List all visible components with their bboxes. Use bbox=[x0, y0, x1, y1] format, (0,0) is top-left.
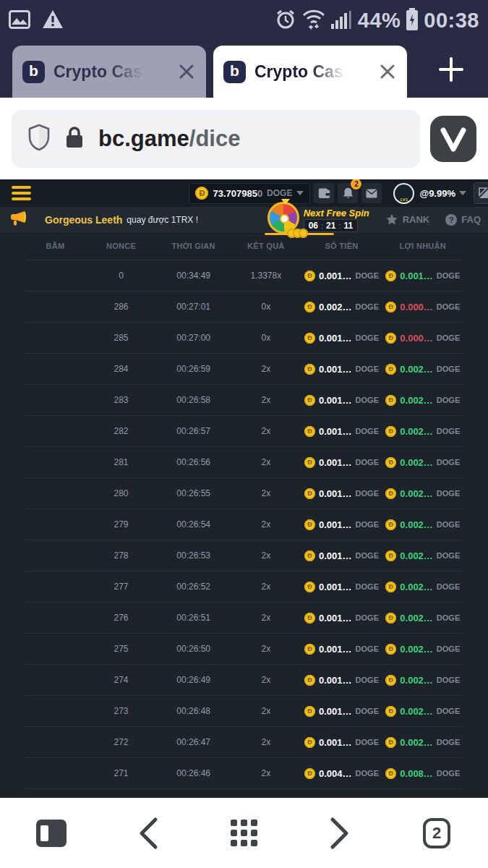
wallet-button[interactable] bbox=[314, 183, 334, 203]
close-tab-icon[interactable] bbox=[177, 62, 196, 81]
forward-button[interactable] bbox=[329, 817, 351, 850]
amount-value: 0.001… bbox=[319, 550, 352, 561]
cell-result: 2x bbox=[231, 550, 301, 561]
cell-time: 00:26:51 bbox=[156, 613, 231, 623]
chat-toggle-button[interactable] bbox=[474, 182, 488, 204]
col-nonce: NONCE bbox=[86, 242, 156, 250]
browser-tab-active[interactable]: b Crypto Casi bbox=[213, 46, 407, 98]
col-amount: SỐ TIỀN bbox=[301, 242, 382, 250]
url-text[interactable]: bc.game/dice bbox=[98, 126, 240, 152]
lock-icon[interactable] bbox=[65, 126, 84, 152]
bet-row[interactable]: 277 00:26:52 2x Đ 0.001… DOGE Đ 0.002… D… bbox=[25, 571, 463, 603]
shield-icon[interactable] bbox=[27, 124, 51, 154]
cell-nonce: 0 bbox=[86, 271, 156, 281]
bet-row[interactable]: 0 00:34:49 1.3378x Đ 0.001… DOGE Đ 0.001… bbox=[25, 260, 463, 292]
cell-nonce: 279 bbox=[86, 519, 156, 529]
cell-amount: Đ 0.001… DOGE bbox=[301, 706, 382, 717]
bet-row[interactable]: 285 00:27:00 0x Đ 0.001… DOGE Đ 0.000… D… bbox=[25, 323, 463, 354]
vivaldi-menu-button[interactable] bbox=[430, 116, 476, 162]
bet-row[interactable]: 278 00:26:53 2x Đ 0.001… DOGE Đ 0.002… D… bbox=[25, 540, 463, 571]
profit-value: 0.002… bbox=[400, 613, 433, 624]
profit-currency: DOGE bbox=[437, 427, 460, 435]
doge-coin-icon: Đ bbox=[385, 488, 396, 499]
announcement-message: quay được 1TRX ! bbox=[127, 215, 198, 225]
rank-button[interactable]: RANK bbox=[385, 213, 430, 226]
browser-tab-inactive[interactable]: b Crypto Casi bbox=[12, 46, 206, 98]
profit-currency: DOGE bbox=[437, 333, 460, 342]
doge-coin-icon: Đ bbox=[304, 706, 315, 717]
menu-hamburger-button[interactable] bbox=[7, 182, 35, 205]
cell-time: 00:26:57 bbox=[156, 426, 231, 436]
amount-currency: DOGE bbox=[356, 769, 379, 778]
tab-switcher-button[interactable]: 2 bbox=[420, 817, 453, 850]
amount-currency: DOGE bbox=[356, 520, 379, 529]
bet-row[interactable]: 270 00:26:45 0x Đ 0.002… DOGE Đ 0.000… D… bbox=[25, 789, 463, 798]
cell-nonce: 286 bbox=[86, 302, 156, 312]
url-field[interactable]: bc.game/dice bbox=[12, 110, 420, 168]
cell-result: 2x bbox=[231, 644, 301, 654]
messages-button[interactable] bbox=[361, 183, 382, 203]
cell-profit: Đ 0.002… DOGE bbox=[382, 395, 463, 406]
bet-row[interactable]: 280 00:26:55 2x Đ 0.001… DOGE Đ 0.002… D… bbox=[25, 478, 463, 509]
new-tab-button[interactable] bbox=[436, 54, 466, 85]
cell-profit: Đ 0.002… DOGE bbox=[382, 644, 463, 655]
rakeback-value[interactable]: @9.99% bbox=[419, 188, 455, 199]
doge-coin-icon: Đ bbox=[304, 302, 315, 312]
doge-coin-icon: Đ bbox=[304, 364, 315, 375]
cell-amount: Đ 0.001… DOGE bbox=[301, 582, 382, 592]
doge-coin-icon: Đ bbox=[385, 426, 396, 437]
profit-value: 0.000… bbox=[400, 333, 433, 344]
cell-nonce: 278 bbox=[86, 550, 156, 561]
cell-result: 2x bbox=[231, 457, 301, 467]
cell-profit: Đ 0.002… DOGE bbox=[382, 706, 463, 717]
doge-coin-icon: Đ bbox=[385, 644, 396, 655]
amount-value: 0.001… bbox=[319, 582, 352, 592]
bet-row[interactable]: 272 00:26:47 2x Đ 0.001… DOGE Đ 0.002… D… bbox=[25, 727, 463, 758]
amount-value: 0.001… bbox=[319, 457, 352, 468]
cell-time: 00:26:52 bbox=[156, 582, 231, 592]
cell-nonce: 283 bbox=[86, 395, 156, 405]
bet-row[interactable]: 284 00:26:59 2x Đ 0.001… DOGE Đ 0.002… D… bbox=[25, 354, 463, 385]
sidebar-toggle-button[interactable] bbox=[35, 818, 68, 848]
avatar[interactable]: LV1 bbox=[393, 183, 414, 204]
bet-row[interactable]: 282 00:26:57 2x Đ 0.001… DOGE Đ 0.002… D… bbox=[25, 416, 463, 447]
cell-amount: Đ 0.001… DOGE bbox=[301, 737, 382, 748]
amount-currency: DOGE bbox=[356, 489, 379, 498]
bet-row[interactable]: 275 00:26:50 2x Đ 0.001… DOGE Đ 0.002… D… bbox=[25, 634, 463, 665]
announcement-username[interactable]: Gorgeous Leeth bbox=[45, 214, 122, 226]
amount-currency: DOGE bbox=[356, 644, 379, 653]
doge-coin-icon: Đ bbox=[304, 550, 315, 561]
bet-row[interactable]: 281 00:26:56 2x Đ 0.001… DOGE Đ 0.002… D… bbox=[25, 447, 463, 478]
bet-row[interactable]: 271 00:26:46 2x Đ 0.004… DOGE Đ 0.008… D… bbox=[25, 758, 463, 789]
apps-grid-button[interactable] bbox=[229, 817, 260, 850]
cell-result: 0x bbox=[231, 302, 301, 312]
profit-currency: DOGE bbox=[437, 396, 460, 404]
amount-value: 0.001… bbox=[319, 488, 352, 499]
bet-row[interactable]: 279 00:26:54 2x Đ 0.001… DOGE Đ 0.002… D… bbox=[25, 509, 463, 540]
profit-value: 0.001… bbox=[400, 271, 433, 281]
profit-value: 0.002… bbox=[400, 644, 433, 655]
bet-row[interactable]: 286 00:27:01 0x Đ 0.002… DOGE Đ 0.000… D… bbox=[25, 292, 463, 323]
spin-wheel-icon[interactable] bbox=[266, 200, 305, 239]
bet-row[interactable]: 274 00:26:49 2x Đ 0.001… DOGE Đ 0.002… D… bbox=[25, 665, 463, 696]
bet-row[interactable]: 276 00:26:51 2x Đ 0.001… DOGE Đ 0.002… D… bbox=[25, 603, 463, 634]
cell-amount: Đ 0.001… DOGE bbox=[301, 675, 382, 686]
cell-result: 2x bbox=[231, 737, 301, 747]
cell-amount: Đ 0.001… DOGE bbox=[301, 519, 382, 530]
alarm-icon bbox=[275, 9, 296, 33]
profit-currency: DOGE bbox=[437, 489, 460, 498]
bet-row[interactable]: 273 00:26:48 2x Đ 0.001… DOGE Đ 0.002… D… bbox=[25, 696, 463, 727]
free-spin-widget[interactable]: Next Free Spin 06:21:11 bbox=[266, 208, 369, 232]
cell-result: 0x bbox=[231, 333, 301, 343]
notifications-button[interactable]: 2 bbox=[338, 183, 358, 203]
doge-coin-icon: Đ bbox=[304, 582, 315, 592]
bet-row[interactable]: 283 00:26:58 2x Đ 0.001… DOGE Đ 0.002… D… bbox=[25, 385, 463, 416]
cell-amount: Đ 0.001… DOGE bbox=[301, 364, 382, 375]
close-tab-icon[interactable] bbox=[378, 62, 397, 81]
doge-coin-icon: Đ bbox=[385, 519, 396, 530]
amount-currency: DOGE bbox=[356, 271, 379, 280]
timer-minutes: 21 bbox=[326, 221, 335, 231]
faq-button[interactable]: ? FAQ bbox=[445, 214, 481, 226]
doge-coin-icon: Đ bbox=[304, 675, 315, 686]
back-button[interactable] bbox=[137, 817, 159, 850]
